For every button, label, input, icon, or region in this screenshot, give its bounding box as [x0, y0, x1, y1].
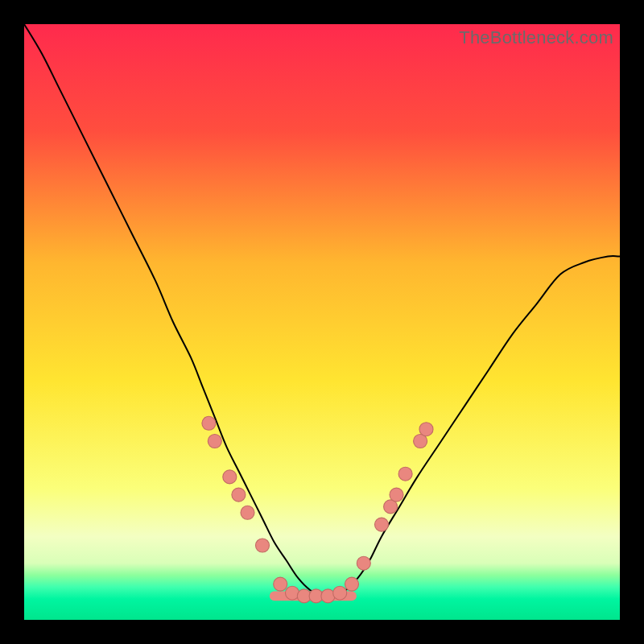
- curve-marker: [255, 539, 269, 552]
- curve-marker: [357, 556, 370, 570]
- plot-area: TheBottleneck.com: [24, 24, 620, 620]
- curve-marker: [285, 586, 299, 600]
- curve-marker: [223, 470, 237, 484]
- curve-marker: [419, 423, 433, 436]
- curve-marker: [333, 586, 347, 600]
- curve-marker: [241, 506, 254, 519]
- bottleneck-curve: [24, 24, 620, 597]
- curve-marker: [390, 488, 403, 502]
- curve-marker: [374, 518, 388, 531]
- curve-marker: [232, 488, 246, 502]
- curve-marker: [345, 577, 358, 591]
- curve-marker: [321, 589, 335, 603]
- curve-marker: [274, 577, 287, 591]
- outer-frame: TheBottleneck.com: [0, 0, 644, 644]
- curve-marker: [208, 434, 221, 448]
- curve-layer: [24, 24, 620, 620]
- curve-marker: [398, 467, 412, 481]
- curve-marker: [202, 416, 216, 430]
